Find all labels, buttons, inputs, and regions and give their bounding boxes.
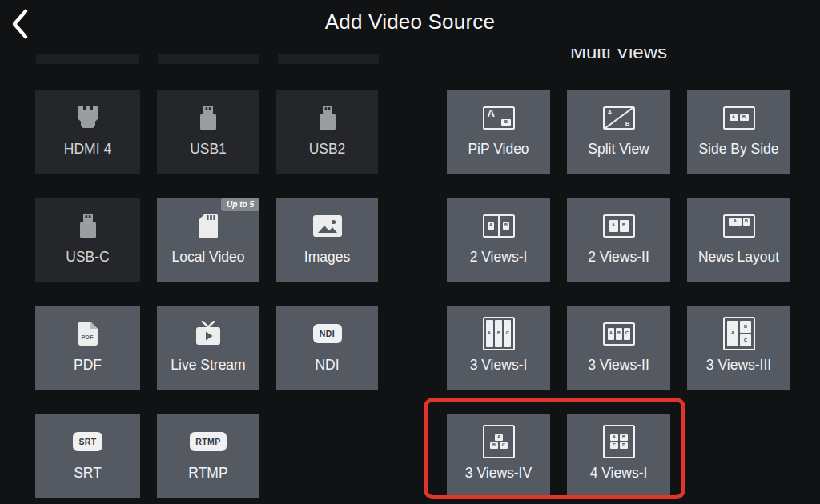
proto-badge-icon: NDI [313,317,342,350]
tile-label: News Layout [698,249,779,265]
multi-views-grid: ABPiP VideoABSplit ViewABSide By SideAB2… [447,90,790,498]
letter-box: A [495,434,503,441]
letter-box: C [504,320,511,347]
3-views-3-icon: ABC [723,317,755,350]
source-tile-usb1[interactable]: USB1 [157,90,259,174]
source-tile-split-view[interactable]: ABSplit View [567,90,670,174]
letter-box: A [488,222,494,230]
source-tile-rtmp[interactable]: RTMPRTMP [157,414,259,498]
source-tile-srt[interactable]: SRTSRT [35,414,140,498]
tile-label: 3 Views-III [706,357,771,373]
sd-card-icon [198,209,219,242]
hdmi-icon [76,101,100,134]
letter-box: A [610,434,618,441]
2-views-1-icon: AB [483,209,515,242]
tile-label: Split View [588,141,649,157]
letter-box: A [486,320,493,347]
letter-box: B [501,119,511,126]
source-tile-4-views-i[interactable]: ABCD4 Views-I [567,414,670,498]
usb-icon [317,101,338,134]
tile-label: Local Video [171,249,244,265]
tile-label: 3 Views-I [470,357,528,373]
source-tile-side-by-side[interactable]: ABSide By Side [687,90,790,174]
usb-icon [78,209,98,242]
source-tile-2-views-i[interactable]: AB2 Views-I [447,198,550,282]
source-tile-pip-video[interactable]: ABPiP Video [447,90,550,174]
source-tile-live-stream[interactable]: Live Stream [157,306,259,390]
source-tile-3-views-ii[interactable]: ABC3 Views-II [567,306,670,390]
tile-label: 4 Views-I [590,465,648,481]
tile-label: Side By Side [698,141,778,157]
letter-box: B [740,321,751,333]
letter-box: B [740,114,749,121]
letter-box: A [729,218,742,226]
letter-box: B [620,434,628,441]
image-icon [313,209,342,242]
4-views-1-icon: ABCD [603,425,635,458]
letter-box: C [624,328,630,340]
letter-box: B [743,218,750,226]
tile-label: USB-C [66,249,109,265]
letter-box: A [609,220,618,232]
pip-video-icon: AB [483,101,515,134]
source-tile-2-views-ii[interactable]: AB2 Views-II [567,198,670,282]
letter-box: B [495,320,502,347]
letter-box: C [740,334,751,346]
source-tile-images[interactable]: Images [276,198,378,282]
letter-box: B [490,442,498,449]
source-tile-hdmi-4[interactable]: HDMI 4 [35,90,140,174]
letter-box: B [620,220,629,232]
3-views-4-icon: ABC [483,425,515,458]
tile-label: USB2 [309,141,346,157]
letter-box: A [608,328,614,340]
3-views-2-icon: ABC [603,317,635,350]
source-tile-usb2[interactable]: USB2 [276,90,378,174]
tile-label: SRT [74,465,102,481]
letter-box: C [500,442,508,449]
pdf-file-icon: PDF [77,317,98,350]
tile-label: 2 Views-I [470,249,528,265]
video-sources-grid: HDMI 4USB1USB2USB-CLocal VideoUp to 5Ima… [35,90,378,498]
tile-label: HDMI 4 [64,141,111,157]
tile-label: 3 Views-II [588,357,649,373]
split-view-icon: AB [603,101,635,134]
source-tile-3-views-i[interactable]: ABC3 Views-I [447,306,550,390]
letter-box: B [616,328,622,340]
3-views-1-icon: ABC [483,317,515,350]
multi-views-section-title: Multi Views [447,49,790,62]
source-tile-news-layout[interactable]: ABNews Layout [687,198,790,282]
tile-label: RTMP [188,465,227,481]
tile-label: USB1 [190,141,227,157]
svg-text:PDF: PDF [82,334,94,341]
source-tile-3-views-iv[interactable]: ABC3 Views-IV [447,414,550,498]
letter-box: D [620,442,628,449]
page-title: Add Video Source [0,10,820,34]
letter-box: B [503,222,509,230]
tv-stream-icon [195,317,222,350]
tile-label: 3 Views-IV [465,465,532,481]
tile-label: PiP Video [468,141,529,157]
source-tile-3-views-iii[interactable]: ABC3 Views-III [687,306,790,390]
side-by-side-icon: AB [723,101,755,134]
usb-icon [198,101,219,134]
source-tile-usb-c[interactable]: USB-C [35,198,140,282]
letter-box: A [727,321,738,346]
source-tile-local-video[interactable]: Local VideoUp to 5 [157,198,259,282]
partial-tile-strip [36,54,139,64]
2-views-2-icon: AB [603,209,635,242]
letter-box: C [610,442,618,449]
proto-badge-icon: SRT [73,425,102,458]
partial-tile-strip [158,54,259,64]
source-tile-pdf[interactable]: PDFPDF [35,306,140,390]
partial-tile-strip [278,54,379,64]
letter-box: A [730,114,738,121]
tile-label: 2 Views-II [588,249,649,265]
tile-label: NDI [315,357,339,373]
tile-label: PDF [74,357,102,373]
news-layout-icon: AB [723,209,755,242]
add-video-source-screen: Add Video Source Multi Views HDMI 4USB1U… [0,0,820,504]
up-to-badge: Up to 5 [221,198,259,211]
source-tile-ndi[interactable]: NDINDI [276,306,378,390]
tile-label: Images [304,249,350,265]
tile-label: Live Stream [171,357,245,373]
